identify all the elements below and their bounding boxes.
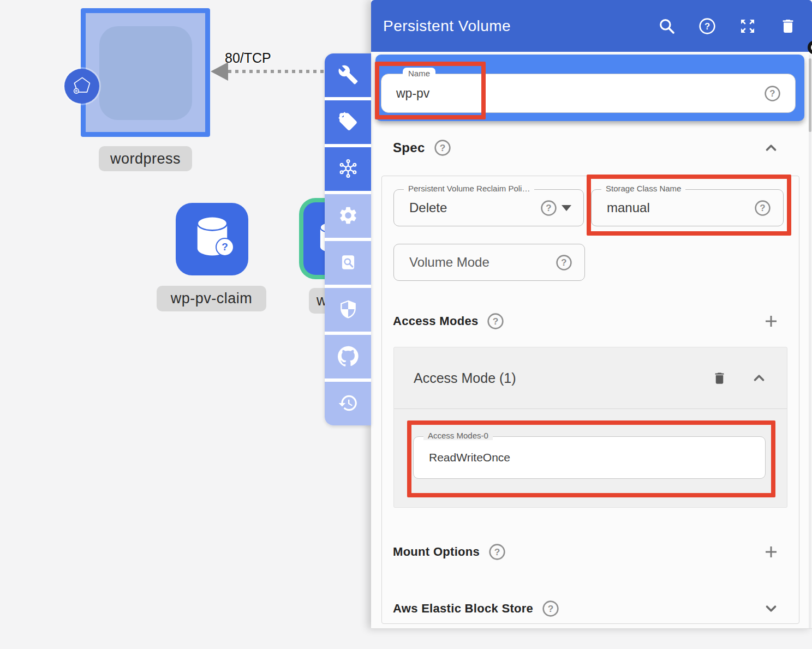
spec-collapse-chevron-up-icon[interactable] bbox=[763, 140, 779, 156]
reclaim-policy-label: Persistent Volume Reclaim Poli… bbox=[404, 184, 534, 193]
access-mode-card-header[interactable]: Access Mode (1) bbox=[394, 347, 787, 409]
storage-class-input[interactable]: Storage Class Name manual ? bbox=[591, 189, 784, 226]
svg-text:?: ? bbox=[439, 142, 445, 153]
spec-section-row: Spec ? bbox=[393, 134, 779, 161]
name-section: Name wp-pv ? bbox=[375, 55, 804, 121]
volume-mode-help-icon[interactable]: ? bbox=[556, 254, 572, 271]
mount-options-help-icon[interactable]: ? bbox=[488, 543, 506, 561]
dropdown-caret-icon[interactable] bbox=[562, 205, 571, 211]
cluster-button[interactable] bbox=[325, 147, 371, 191]
tag-icon bbox=[338, 111, 359, 134]
expand-icon[interactable] bbox=[739, 17, 756, 35]
aws-ebs-help-icon[interactable]: ? bbox=[542, 600, 559, 617]
svg-text:?: ? bbox=[760, 203, 765, 213]
app-canvas: wordpress 80/TCP ? wp-pv-claim w bbox=[0, 0, 812, 649]
settings-button[interactable] bbox=[325, 194, 371, 238]
add-mount-option-icon[interactable] bbox=[763, 544, 779, 560]
claim-question-badge: ? bbox=[216, 238, 234, 256]
aws-ebs-expand-chevron-down-icon[interactable] bbox=[763, 600, 779, 617]
github-icon bbox=[338, 346, 359, 368]
aws-ebs-row: Aws Elastic Block Store ? bbox=[393, 595, 779, 622]
reclaim-policy-select[interactable]: Persistent Volume Reclaim Poli… Delete ? bbox=[393, 189, 584, 226]
labels-button[interactable] bbox=[325, 100, 371, 144]
help-icon[interactable]: ? bbox=[698, 17, 716, 35]
pod-badge[interactable] bbox=[64, 69, 99, 104]
volume-mode-input[interactable]: Volume Mode ? bbox=[393, 244, 585, 281]
access-mode-collapse-chevron-up-icon[interactable] bbox=[751, 370, 767, 386]
history-button[interactable] bbox=[325, 382, 371, 425]
name-field-label: Name bbox=[403, 68, 435, 79]
preview-button[interactable] bbox=[325, 241, 371, 285]
security-button[interactable] bbox=[325, 288, 371, 332]
aws-ebs-heading: Aws Elastic Block Store bbox=[393, 602, 533, 616]
svg-text:?: ? bbox=[769, 88, 775, 99]
shield-icon bbox=[338, 299, 359, 321]
canvas-toolbar bbox=[325, 53, 371, 425]
github-button[interactable] bbox=[325, 335, 371, 378]
wp-pv-claim-node-label: wp-pv-claim bbox=[157, 286, 266, 311]
access-modes-help-icon[interactable]: ? bbox=[487, 313, 504, 330]
file-search-icon bbox=[338, 252, 359, 274]
scrollbar-thumb[interactable] bbox=[809, 58, 811, 132]
gear-icon bbox=[338, 205, 359, 227]
delete-icon[interactable] bbox=[779, 17, 797, 35]
persistent-volume-panel: Persistent Volume ? Name wp-pv ? Spec ? bbox=[371, 0, 812, 629]
svg-text:?: ? bbox=[494, 546, 500, 557]
svg-text:?: ? bbox=[548, 603, 554, 614]
reclaim-policy-value: Delete bbox=[409, 200, 447, 215]
wordpress-pod-rect[interactable] bbox=[99, 26, 192, 120]
access-mode-card-title: Access Mode (1) bbox=[414, 370, 516, 386]
pod-pentagon-icon bbox=[69, 73, 94, 100]
storage-class-label: Storage Class Name bbox=[601, 184, 685, 193]
edge-dotted-line bbox=[228, 70, 326, 73]
svg-text:?: ? bbox=[493, 316, 499, 327]
name-help-icon[interactable]: ? bbox=[764, 85, 781, 102]
panel-scrollbar[interactable] bbox=[809, 55, 811, 628]
tools-button[interactable] bbox=[325, 53, 371, 97]
storage-class-value: manual bbox=[607, 200, 650, 215]
wp-pv-claim-node[interactable]: ? bbox=[176, 203, 248, 275]
svg-text:?: ? bbox=[704, 21, 710, 32]
edge-arrowhead-icon bbox=[211, 62, 228, 81]
spec-heading: Spec bbox=[393, 140, 425, 155]
spec-help-icon[interactable]: ? bbox=[434, 139, 451, 157]
add-access-mode-icon[interactable] bbox=[763, 313, 779, 329]
edge-port-label: 80/TCP bbox=[225, 50, 271, 66]
svg-text:?: ? bbox=[546, 203, 551, 213]
access-modes-row: Access Modes ? bbox=[393, 308, 779, 335]
wordpress-node-label: wordpress bbox=[99, 146, 192, 171]
svg-text:?: ? bbox=[561, 257, 566, 268]
volume-mode-placeholder: Volume Mode bbox=[409, 255, 489, 270]
name-input[interactable]: Name wp-pv ? bbox=[381, 74, 796, 113]
wrench-icon bbox=[338, 64, 359, 87]
name-field-value: wp-pv bbox=[396, 86, 429, 101]
reclaim-policy-help-icon[interactable]: ? bbox=[540, 200, 557, 217]
access-mode-0-input[interactable]: Access Modes-0 ReadWriteOnce bbox=[413, 436, 766, 479]
hub-icon bbox=[338, 158, 359, 181]
search-icon[interactable] bbox=[658, 17, 676, 35]
access-mode-card: Access Mode (1) bbox=[393, 347, 787, 508]
history-icon bbox=[338, 393, 359, 415]
storage-class-help-icon[interactable]: ? bbox=[754, 200, 771, 217]
mount-options-row: Mount Options ? bbox=[393, 538, 779, 566]
delete-access-mode-icon[interactable] bbox=[712, 371, 727, 386]
panel-title: Persistent Volume bbox=[383, 17, 511, 35]
panel-header: Persistent Volume ? bbox=[371, 0, 812, 52]
access-mode-0-value: ReadWriteOnce bbox=[429, 451, 510, 464]
access-modes-heading: Access Modes bbox=[393, 314, 478, 328]
access-mode-0-label: Access Modes-0 bbox=[423, 431, 493, 440]
mount-options-heading: Mount Options bbox=[393, 545, 480, 559]
